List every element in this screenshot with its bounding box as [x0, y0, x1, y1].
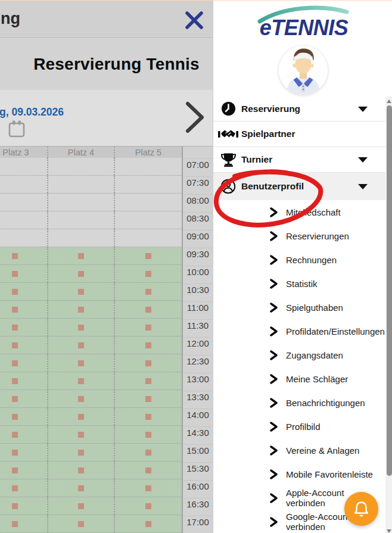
slot-platz-5-1400[interactable]	[115, 408, 182, 425]
slot-platz-5-1600[interactable]	[115, 479, 182, 497]
reservation-marker[interactable]	[78, 485, 84, 491]
slot-platz-5-1000[interactable]	[115, 265, 182, 282]
reservation-marker[interactable]	[78, 396, 84, 402]
slot-platz-4-1000[interactable]	[48, 265, 115, 282]
reservation-marker[interactable]	[12, 396, 18, 402]
reservation-marker[interactable]	[12, 450, 18, 456]
reservation-marker[interactable]	[12, 432, 18, 438]
submenu-item-zugangsdaten[interactable]: Zugangsdaten	[213, 343, 385, 367]
reservation-marker[interactable]	[78, 289, 84, 295]
reservation-marker[interactable]	[12, 467, 18, 473]
reservation-marker[interactable]	[78, 253, 84, 259]
reservation-marker[interactable]	[78, 378, 84, 384]
slot-platz-3-1230[interactable]	[0, 354, 48, 372]
reservation-marker[interactable]	[145, 378, 151, 384]
sidebar-item-reservierung[interactable]: Reservierung	[213, 96, 385, 121]
slot-platz-3-1030[interactable]	[0, 283, 48, 300]
reservation-marker[interactable]	[145, 289, 151, 295]
reservation-marker[interactable]	[78, 342, 84, 348]
slot-platz-5-1500[interactable]	[115, 444, 182, 461]
reservation-marker[interactable]	[145, 503, 151, 509]
slot-platz-4-1400[interactable]	[48, 408, 115, 425]
slot-platz-5-1530[interactable]	[115, 462, 182, 479]
slot-platz-5-1330[interactable]	[115, 390, 182, 407]
submenu-item-benachrichtigungen[interactable]: Benachrichtigungen	[213, 391, 385, 414]
slot-platz-3-1330[interactable]	[0, 390, 48, 407]
reservation-marker[interactable]	[78, 414, 84, 420]
submenu-item-profilbild[interactable]: Profilbild	[213, 414, 385, 438]
slot-platz-3-1200[interactable]	[0, 336, 48, 354]
reservation-marker[interactable]	[12, 521, 18, 527]
slot-platz-4-1030[interactable]	[48, 283, 115, 300]
slot-platz-5-0930[interactable]	[115, 247, 182, 264]
reservation-marker[interactable]	[12, 503, 18, 509]
slot-platz-3-1000[interactable]	[0, 265, 48, 282]
slot-platz-4-0930[interactable]	[48, 247, 115, 264]
slot-platz-4-1130[interactable]	[48, 319, 115, 336]
scrollbar-down-arrow-icon[interactable]	[387, 529, 391, 533]
slot-platz-4-1100[interactable]	[48, 301, 115, 318]
slot-platz-4-1700[interactable]	[48, 515, 115, 532]
reservation-marker[interactable]	[145, 396, 151, 402]
reservation-marker[interactable]	[145, 432, 151, 438]
submenu-item-statistik[interactable]: Statistik	[213, 272, 385, 295]
reservation-marker[interactable]	[12, 342, 18, 348]
reservation-marker[interactable]	[12, 307, 18, 313]
reservation-marker[interactable]	[12, 360, 18, 366]
slot-platz-3-1700[interactable]	[0, 515, 48, 532]
reservation-marker[interactable]	[12, 485, 18, 491]
slot-platz-4-1600[interactable]	[48, 479, 115, 497]
sidebar-item-spielpartner[interactable]: Spielpartner	[213, 121, 385, 147]
slot-platz-3-1630[interactable]	[0, 497, 48, 515]
reservation-marker[interactable]	[145, 325, 151, 331]
reservation-marker[interactable]	[145, 253, 151, 259]
slot-platz-5-1100[interactable]	[115, 301, 182, 318]
reservation-marker[interactable]	[78, 521, 84, 527]
reservation-marker[interactable]	[78, 432, 84, 438]
slot-platz-4-1530[interactable]	[48, 462, 115, 479]
scrollbar-track[interactable]	[385, 96, 392, 533]
sidebar-item-benutzerprofil[interactable]: Benutzerprofil	[213, 172, 385, 200]
reservation-marker[interactable]	[78, 307, 84, 313]
slot-platz-3-0930[interactable]	[0, 247, 48, 264]
submenu-item-mobile-favoritenleiste[interactable]: Mobile Favoritenleiste	[213, 462, 385, 486]
slot-platz-4-1430[interactable]	[48, 426, 115, 443]
submenu-item-mitgliedschaft[interactable]: Mitgliedschaft	[213, 200, 385, 224]
reservation-marker[interactable]	[12, 289, 18, 295]
reservation-marker[interactable]	[12, 414, 18, 420]
calendar-icon[interactable]	[8, 120, 25, 138]
reservation-marker[interactable]	[12, 253, 18, 259]
reservation-marker[interactable]	[78, 325, 84, 331]
sidebar-item-turnier[interactable]: Turnier	[213, 147, 385, 172]
slot-platz-3-1600[interactable]	[0, 479, 48, 497]
reservation-marker[interactable]	[145, 467, 151, 473]
slot-platz-5-1630[interactable]	[115, 497, 182, 515]
reservation-marker[interactable]	[145, 342, 151, 348]
reservation-marker[interactable]	[145, 521, 151, 527]
reservation-marker[interactable]	[78, 450, 84, 456]
slot-platz-4-1500[interactable]	[48, 444, 115, 461]
scrollbar-up-arrow-icon[interactable]	[387, 99, 391, 103]
slot-platz-4-1330[interactable]	[48, 390, 115, 407]
slot-platz-4-1300[interactable]	[48, 372, 115, 389]
slot-platz-5-1230[interactable]	[115, 354, 182, 372]
slot-platz-4-1230[interactable]	[48, 354, 115, 372]
submenu-item-rechnungen[interactable]: Rechnungen	[213, 248, 385, 272]
slot-platz-5-1130[interactable]	[115, 319, 182, 336]
next-day-chevron-icon[interactable]	[184, 101, 207, 133]
reservation-marker[interactable]	[12, 378, 18, 384]
slot-platz-5-1430[interactable]	[115, 426, 182, 443]
reservation-marker[interactable]	[12, 325, 18, 331]
slot-platz-4-1200[interactable]	[48, 336, 115, 354]
slot-platz-4-1630[interactable]	[48, 497, 115, 515]
slot-platz-5-1700[interactable]	[115, 515, 182, 532]
reservation-marker[interactable]	[145, 485, 151, 491]
submenu-item-vereine-anlagen[interactable]: Vereine & Anlagen	[213, 438, 385, 462]
scrollbar-thumb[interactable]	[387, 105, 392, 476]
reservation-marker[interactable]	[78, 271, 84, 277]
submenu-item-spielguthaben[interactable]: Spielguthaben	[213, 295, 385, 319]
reservation-marker[interactable]	[78, 503, 84, 509]
slot-platz-3-1300[interactable]	[0, 372, 48, 389]
reservation-marker[interactable]	[145, 414, 151, 420]
slot-platz-3-1430[interactable]	[0, 426, 48, 443]
